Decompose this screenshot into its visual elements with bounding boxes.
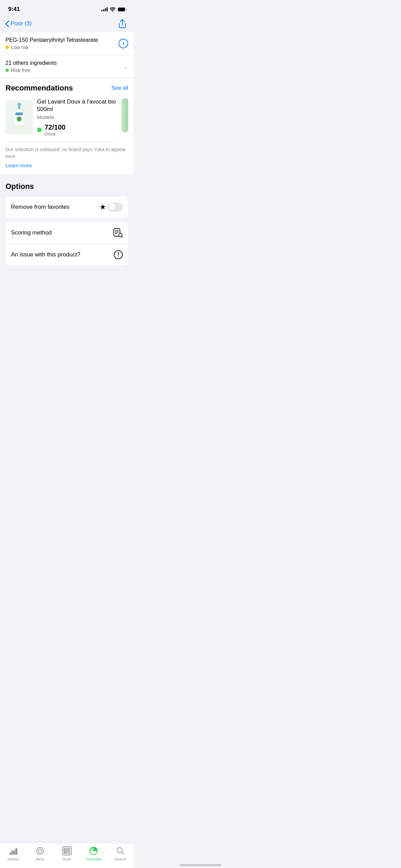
product-image — [5, 100, 33, 134]
bottom-spacer — [0, 275, 134, 302]
risk-label-free: Risk-free — [5, 68, 124, 73]
battery-icon — [118, 7, 127, 12]
back-button[interactable]: Poor (3) — [5, 20, 32, 27]
star-toggle[interactable]: ★ — [99, 203, 123, 212]
product-info: Gel Lavant Doux à l'avocat bio 500ml Mus… — [37, 98, 117, 136]
issue-product-row[interactable]: An issue with this product? ! — [5, 244, 128, 265]
wifi-icon — [110, 7, 116, 12]
score-dot — [37, 128, 42, 132]
product-cards-wrapper: Gel Lavant Doux à l'avocat bio 500ml Mus… — [5, 98, 128, 142]
options-title: Options — [5, 182, 128, 191]
share-icon — [119, 19, 126, 28]
others-risk-text: Risk-free — [11, 68, 30, 73]
see-all-button[interactable]: See all — [111, 85, 128, 91]
chevron-down-icon: ⌄ — [124, 64, 128, 69]
recommendations-title: Recommendations — [5, 84, 73, 93]
product-score: 72/100 Good — [37, 123, 117, 136]
risk-dot-yellow — [5, 46, 9, 49]
remove-favorites-row[interactable]: Remove from favorites ★ — [5, 196, 128, 218]
remove-favorites-label: Remove from favorites — [11, 204, 70, 210]
risk-dot-green — [5, 69, 9, 72]
unbiased-text: Our selection is unbiased: no brand pays… — [0, 142, 134, 161]
svg-rect-3 — [17, 103, 21, 106]
back-label: Poor (3) — [11, 20, 32, 27]
status-bar: 9:41 — [0, 0, 134, 16]
star-icon: ★ — [99, 203, 106, 212]
ingredient-name: PEG-150 Pentaerythrityl Tetrastearate — [5, 37, 119, 43]
product-brand: Mustela — [37, 114, 117, 120]
risk-label-low: Low risk — [5, 45, 119, 50]
product-name: Gel Lavant Doux à l'avocat bio 500ml — [37, 98, 117, 113]
others-name: 21 others ingredients — [5, 60, 124, 66]
recommendations-section: Recommendations See all — [0, 78, 134, 142]
learn-more-link[interactable]: Learn more — [0, 161, 134, 174]
svg-rect-4 — [18, 106, 20, 109]
scoring-icon — [113, 228, 123, 238]
others-info: 21 others ingredients Risk-free — [5, 60, 124, 73]
risk-text: Low risk — [11, 45, 28, 50]
signal-icon — [101, 7, 108, 11]
info-button[interactable]: i — [119, 39, 128, 48]
score-number: 72/100 — [45, 123, 65, 131]
toggle-thumb — [108, 203, 116, 211]
svg-rect-1 — [118, 8, 125, 11]
svg-line-15 — [122, 237, 123, 238]
ingredient-info: PEG-150 Pentaerythrityl Tetrastearate Lo… — [5, 37, 119, 50]
exclamation-icon: ! — [114, 250, 123, 259]
others-ingredients-row[interactable]: 21 others ingredients Risk-free ⌄ — [0, 55, 134, 78]
scoring-method-row[interactable]: Scoring method — [5, 222, 128, 244]
chevron-left-icon — [5, 21, 9, 27]
ingredient-row-peg: PEG-150 Pentaerythrityl Tetrastearate Lo… — [0, 32, 134, 55]
toggle-track[interactable] — [108, 203, 123, 212]
nav-bar: Poor (3) — [0, 16, 134, 32]
settings-card: Scoring method An issue with this produc… — [5, 222, 128, 265]
product-bottle-svg — [9, 101, 29, 134]
status-icons — [101, 7, 127, 12]
favorites-card: Remove from favorites ★ — [5, 196, 128, 218]
options-section: Options Remove from favorites ★ Scoring … — [0, 174, 134, 275]
svg-rect-6 — [15, 112, 23, 115]
issue-product-label: An issue with this product? — [11, 251, 80, 258]
content-area: PEG-150 Pentaerythrityl Tetrastearate Lo… — [0, 32, 134, 174]
score-label: Good — [45, 131, 65, 136]
section-header: Recommendations See all — [5, 84, 128, 93]
scoring-method-label: Scoring method — [11, 229, 52, 236]
share-button[interactable] — [117, 18, 128, 29]
status-time: 9:41 — [8, 6, 20, 13]
svg-point-9 — [18, 117, 20, 119]
product-card[interactable]: Gel Lavant Doux à l'avocat bio 500ml Mus… — [5, 98, 117, 142]
partial-product-card — [121, 98, 128, 132]
